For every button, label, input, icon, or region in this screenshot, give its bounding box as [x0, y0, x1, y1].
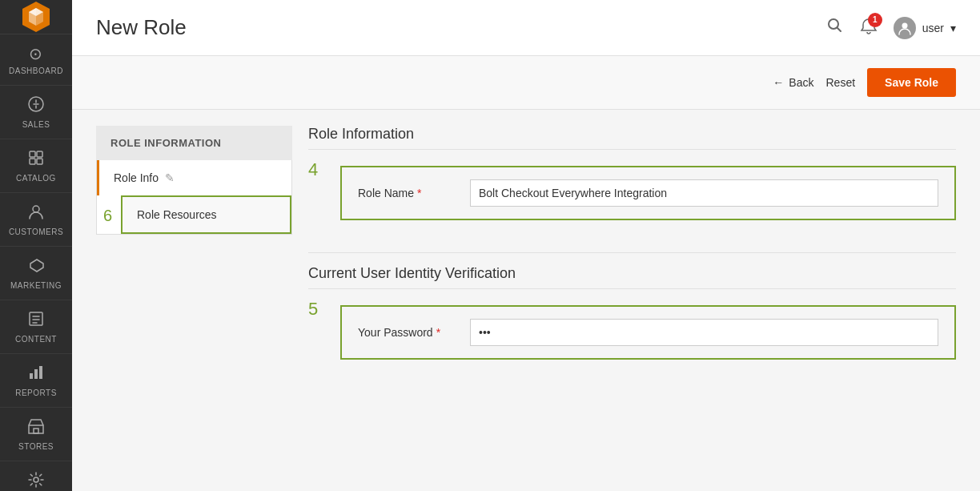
sidebar-item-label: CATALOG	[16, 174, 56, 183]
sidebar-item-label: SALES	[22, 120, 50, 129]
right-panel: Role Information 4 Role Name *	[308, 126, 956, 392]
password-field-container: Your Password *	[340, 305, 956, 360]
catalog-icon	[27, 149, 45, 171]
user-menu[interactable]: user ▾	[894, 17, 956, 39]
sidebar-item-system[interactable]: SYSTEM	[0, 461, 72, 491]
password-row: 5 Your Password *	[308, 297, 956, 368]
svg-rect-15	[34, 429, 38, 433]
svg-point-17	[829, 19, 838, 29]
header: New Role 1	[72, 0, 980, 56]
sidebar-item-catalog[interactable]: CATALOG	[0, 139, 72, 193]
notification-count: 1	[868, 13, 882, 27]
identity-verification-title: Current User Identity Verification	[308, 265, 956, 289]
notifications-button[interactable]: 1	[860, 18, 878, 38]
user-avatar-icon	[898, 21, 912, 35]
role-resources-tab[interactable]: Role Resources	[121, 195, 291, 234]
sidebar-item-label: MARKETING	[10, 281, 62, 290]
reset-button[interactable]: Reset	[825, 76, 855, 89]
main-content: New Role 1	[72, 0, 980, 491]
sidebar-item-label: STORES	[18, 442, 54, 451]
svg-rect-11	[30, 373, 33, 379]
reports-icon	[27, 364, 45, 385]
sidebar-item-label: DASHBOARD	[9, 66, 63, 75]
role-info-tab[interactable]: Role Info ✎	[97, 160, 291, 195]
magento-logo-icon	[19, 0, 53, 34]
customers-icon	[27, 203, 45, 224]
page-layout: ROLE INFORMATION Role Info ✎ 6 Role Reso…	[72, 110, 980, 408]
sales-icon	[27, 95, 45, 117]
svg-rect-7	[30, 159, 35, 164]
sidebar-item-stores[interactable]: STORES	[0, 408, 72, 461]
svg-rect-14	[29, 425, 43, 433]
save-role-button[interactable]: Save Role	[867, 68, 956, 97]
avatar	[894, 17, 916, 39]
role-name-field-container: Role Name *	[340, 166, 956, 220]
sidebar-item-label: REPORTS	[15, 388, 57, 397]
sidebar-item-dashboard[interactable]: ⊙ DASHBOARD	[0, 34, 72, 86]
password-input[interactable]	[470, 319, 938, 346]
dashboard-icon: ⊙	[29, 44, 43, 63]
content-area: ← Back Reset Save Role ROLE INFORMATION …	[72, 56, 980, 491]
role-name-step-number: 4	[308, 158, 332, 180]
svg-point-16	[34, 477, 38, 482]
user-dropdown-icon: ▾	[950, 22, 956, 34]
header-actions: 1 user ▾	[826, 17, 956, 39]
section-divider	[308, 252, 956, 253]
role-resources-step-number: 6	[97, 195, 121, 234]
password-required: *	[436, 326, 440, 339]
content-icon	[27, 310, 45, 332]
svg-rect-6	[37, 151, 42, 157]
svg-point-18	[902, 22, 907, 28]
left-panel: ROLE INFORMATION Role Info ✎ 6 Role Reso…	[96, 126, 292, 392]
role-name-required: *	[417, 187, 421, 199]
page-title: New Role	[96, 15, 187, 40]
sidebar-item-label: CONTENT	[15, 335, 57, 344]
svg-rect-12	[34, 369, 38, 379]
sidebar-item-sales[interactable]: SALES	[0, 86, 72, 139]
identity-verification-section: Current User Identity Verification 5 You…	[308, 265, 956, 368]
back-label: Back	[789, 76, 813, 89]
edit-icon: ✎	[165, 171, 175, 184]
role-information-title: Role Information	[308, 126, 956, 150]
back-arrow-icon: ←	[773, 76, 784, 89]
sidebar-logo	[0, 0, 72, 34]
role-information-section: Role Information 4 Role Name *	[308, 126, 956, 228]
role-info-label: Role Info	[114, 171, 159, 184]
stores-icon	[27, 417, 45, 439]
role-name-label: Role Name *	[358, 187, 470, 199]
marketing-icon	[27, 256, 45, 278]
panel-header: ROLE INFORMATION	[96, 126, 292, 160]
toolbar: ← Back Reset Save Role	[72, 56, 980, 110]
sidebar-item-label: CUSTOMERS	[9, 227, 63, 236]
system-icon	[27, 471, 45, 491]
role-resources-label: Role Resources	[137, 208, 217, 221]
panel-body: Role Info ✎ 6 Role Resources	[96, 160, 292, 235]
sidebar-item-customers[interactable]: CUSTOMERS	[0, 193, 72, 247]
back-button[interactable]: ← Back	[773, 76, 813, 89]
search-button[interactable]	[826, 17, 844, 38]
sidebar-item-reports[interactable]: REPORTS	[0, 354, 72, 408]
password-label: Your Password *	[358, 326, 470, 339]
user-name: user	[922, 22, 944, 34]
sidebar-item-marketing[interactable]: MARKETING	[0, 247, 72, 300]
role-name-input[interactable]	[470, 179, 938, 207]
sidebar-item-content[interactable]: CONTENT	[0, 300, 72, 354]
svg-rect-8	[37, 159, 42, 164]
sidebar: ⊙ DASHBOARD SALES CATALOG CUSTOMERS MARK…	[0, 0, 72, 491]
svg-rect-5	[30, 151, 35, 157]
role-name-row: 4 Role Name *	[308, 158, 956, 228]
password-step-number: 5	[308, 297, 332, 320]
svg-point-9	[33, 206, 39, 212]
svg-rect-13	[39, 366, 42, 379]
search-icon	[826, 17, 844, 34]
